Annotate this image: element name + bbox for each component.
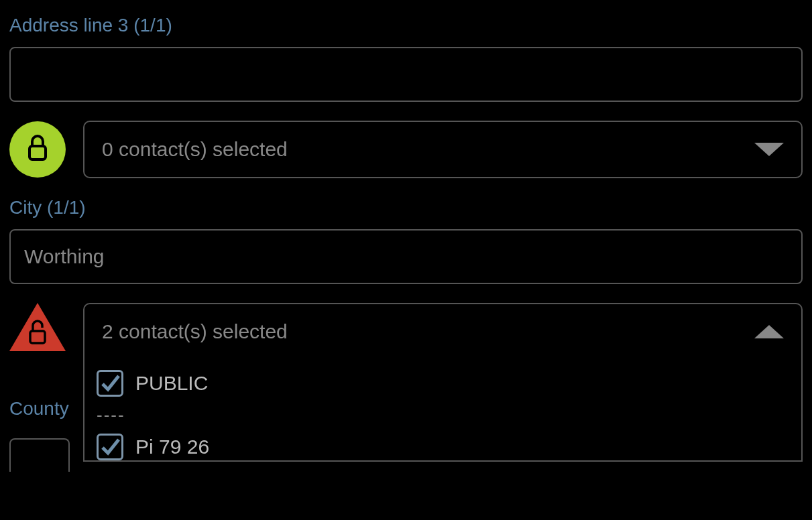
address-line-3-label: Address line 3 (1/1)	[9, 15, 803, 36]
county-input[interactable]	[9, 438, 70, 472]
chevron-up-icon	[754, 325, 784, 338]
contacts-option-public[interactable]: PUBLIC	[97, 367, 789, 403]
city-contacts-select[interactable]: 2 contact(s) selected	[83, 303, 803, 361]
chevron-down-icon	[754, 143, 784, 156]
privacy-badge-unlocked[interactable]	[9, 303, 66, 351]
city-contacts-text: 2 contact(s) selected	[102, 320, 288, 343]
option-label: PUBLIC	[135, 372, 208, 395]
options-divider: ----	[97, 403, 789, 431]
city-contacts-dropdown: PUBLIC ---- Pi 79 26	[83, 359, 803, 462]
unlock-icon	[27, 318, 48, 344]
contacts-option-second[interactable]: Pi 79 26	[97, 431, 789, 460]
county-label: County	[9, 398, 69, 419]
checkbox-checked-icon	[97, 370, 123, 397]
address3-contacts-text: 0 contact(s) selected	[102, 138, 288, 161]
option-label: Pi 79 26	[135, 436, 209, 458]
address-line-3-input[interactable]	[9, 47, 803, 102]
checkbox-checked-icon	[97, 434, 123, 460]
privacy-badge-locked[interactable]	[9, 121, 66, 178]
city-input[interactable]	[9, 229, 803, 284]
lock-icon	[25, 133, 50, 166]
city-label: City (1/1)	[9, 197, 803, 218]
address3-contacts-select[interactable]: 0 contact(s) selected	[83, 121, 803, 178]
svg-rect-1	[30, 331, 45, 343]
svg-rect-0	[30, 146, 46, 159]
